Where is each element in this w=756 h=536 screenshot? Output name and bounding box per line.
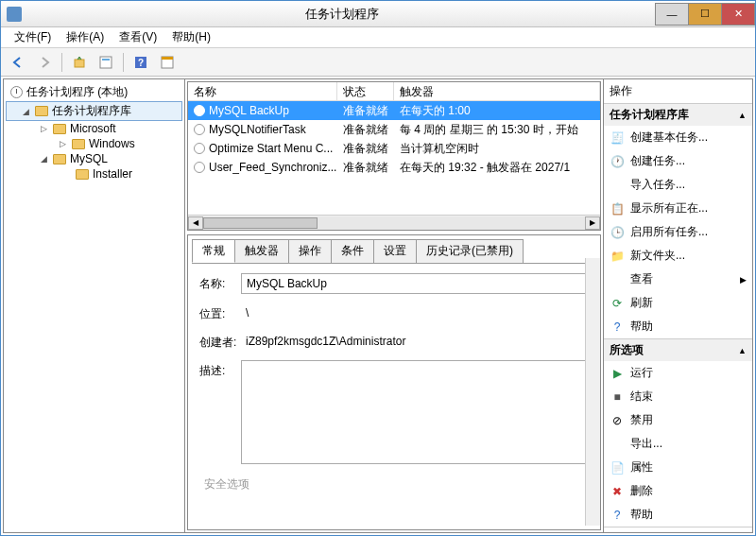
task-icon	[194, 143, 205, 154]
scheduler-icon	[9, 86, 24, 99]
action-disable[interactable]: ⊘禁用	[604, 408, 752, 432]
action-new-folder[interactable]: 📁新文件夹...	[604, 244, 752, 268]
up-button[interactable]	[68, 51, 91, 74]
tree-root[interactable]: 任务计划程序 (本地)	[6, 83, 182, 101]
props-icon[interactable]	[94, 51, 117, 74]
menu-file[interactable]: 文件(F)	[7, 27, 59, 47]
action-label: 导入任务...	[630, 177, 685, 193]
task-status: 准备就绪	[337, 160, 394, 176]
wizard-icon: 🧾	[610, 130, 625, 146]
task-icon	[194, 124, 205, 135]
tab-general[interactable]: 常规	[192, 239, 235, 263]
back-button[interactable]	[7, 51, 29, 74]
action-import[interactable]: 导入任务...	[604, 173, 752, 197]
help-icon: ?	[610, 320, 625, 335]
tree-microsoft[interactable]: ▷Microsoft	[6, 121, 182, 136]
tree-mysql[interactable]: ◢MySQL	[6, 151, 182, 166]
action-refresh[interactable]: ⟳刷新	[604, 291, 752, 315]
action-view[interactable]: 查看▶	[604, 268, 752, 291]
col-trigger[interactable]: 触发器	[394, 82, 600, 100]
task-name: MySQL BackUp	[209, 104, 289, 117]
folder-icon	[71, 137, 86, 150]
menu-operation[interactable]: 操作(A)	[59, 27, 112, 47]
action-properties[interactable]: 📄属性	[604, 456, 752, 479]
section-title-selected: 所选项▲	[604, 339, 752, 361]
task-row[interactable]: User_Feed_Synchroniz... 准备就绪 在每天的 19:32 …	[188, 158, 600, 177]
scroll-left-button[interactable]: ◀	[188, 216, 203, 230]
name-label: 名称:	[199, 273, 241, 292]
view-icon	[610, 272, 625, 287]
menu-view[interactable]: 查看(V)	[112, 27, 164, 47]
task-row[interactable]: Optimize Start Menu C... 准备就绪 当计算机空闲时	[188, 139, 600, 158]
action-label: 帮助	[630, 507, 653, 523]
scroll-right-button[interactable]: ▶	[585, 216, 600, 230]
tab-conditions[interactable]: 条件	[331, 239, 374, 263]
action-end[interactable]: ■结束	[604, 385, 752, 408]
action-label: 导出...	[630, 436, 662, 452]
export-icon	[610, 437, 625, 452]
task-trigger: 在每天的 19:32 - 触发器在 2027/1	[394, 160, 600, 176]
expand-icon[interactable]: ◢	[20, 106, 31, 117]
desc-field[interactable]	[241, 360, 589, 464]
action-create-basic[interactable]: 🧾创建基本任务...	[604, 126, 752, 149]
task-row[interactable]: MySQLNotifierTask 准备就绪 每 4 周的 星期三 的 15:3…	[188, 120, 600, 139]
tab-actions[interactable]: 操作	[288, 239, 332, 263]
maximize-button[interactable]: ☐	[688, 3, 722, 26]
desc-label: 描述:	[199, 360, 241, 379]
tree-win-label: Windows	[89, 137, 135, 150]
collapse-icon[interactable]: ▲	[738, 346, 747, 355]
action-enable-all[interactable]: 🕒启用所有任务...	[604, 220, 752, 244]
action-help[interactable]: ?帮助	[604, 315, 752, 338]
section-label: 所选项	[610, 342, 644, 358]
tree-installer[interactable]: Installer	[6, 166, 182, 182]
task-row[interactable]: MySQL BackUp 准备就绪 在每天的 1:00	[188, 101, 600, 120]
action-create[interactable]: 🕐创建任务...	[604, 149, 752, 173]
tree-ms-label: Microsoft	[70, 122, 116, 135]
folder-icon	[75, 167, 90, 181]
action-export[interactable]: 导出...	[604, 432, 752, 456]
minimize-button[interactable]: —	[655, 3, 689, 26]
collapse-icon[interactable]: ▲	[738, 111, 747, 120]
refresh-icon: ⟳	[610, 296, 625, 311]
action-delete[interactable]: ✖删除	[604, 479, 752, 503]
menu-help[interactable]: 帮助(H)	[164, 27, 218, 47]
tab-triggers[interactable]: 触发器	[234, 239, 289, 263]
action-show-running[interactable]: 📋显示所有正在...	[604, 197, 752, 220]
action-label: 查看	[630, 271, 653, 287]
expand-icon[interactable]: ◢	[38, 153, 49, 164]
vertical-scrollbar[interactable]	[585, 258, 600, 526]
import-icon	[610, 178, 625, 193]
scroll-thumb[interactable]	[203, 217, 318, 229]
svg-rect-6	[162, 57, 173, 60]
tree-library[interactable]: ◢任务计划程序库	[6, 101, 182, 121]
scroll-track[interactable]	[203, 216, 585, 230]
tabs: 常规 触发器 操作 条件 设置 历史记录(已禁用)	[188, 235, 600, 263]
action-label: 禁用	[630, 412, 653, 428]
tree-windows[interactable]: ▷Windows	[6, 136, 182, 151]
folder-icon	[52, 122, 67, 135]
actions-section-selected: 所选项▲ ▶运行 ■结束 ⊘禁用 导出... 📄属性 ✖删除 ?帮助	[604, 339, 752, 527]
horizontal-scrollbar[interactable]: ◀ ▶	[188, 215, 600, 230]
task-list: 名称 状态 触发器 MySQL BackUp 准备就绪 在每天的 1:00 My…	[187, 81, 601, 231]
tab-history[interactable]: 历史记录(已禁用)	[416, 239, 524, 263]
expand-icon[interactable]: ▷	[57, 138, 68, 149]
svg-rect-2	[102, 59, 110, 61]
close-button[interactable]: ✕	[721, 3, 755, 26]
action-help2[interactable]: ?帮助	[604, 503, 752, 527]
name-field[interactable]: MySQL BackUp	[241, 273, 589, 294]
author-label: 创建者:	[199, 332, 241, 351]
col-name[interactable]: 名称	[188, 82, 337, 100]
tab-settings[interactable]: 设置	[373, 239, 417, 263]
help-icon[interactable]: ?	[129, 51, 152, 74]
col-status[interactable]: 状态	[337, 82, 394, 100]
pane-icon[interactable]	[156, 51, 179, 74]
action-run[interactable]: ▶运行	[604, 361, 752, 385]
separator	[123, 53, 124, 72]
actions-section-library: 任务计划程序库▲ 🧾创建基本任务... 🕐创建任务... 导入任务... 📋显示…	[604, 104, 752, 339]
expand-icon[interactable]: ▷	[38, 123, 49, 134]
forward-button[interactable]	[33, 51, 56, 74]
task-name: MySQLNotifierTask	[209, 123, 306, 136]
properties-icon: 📄	[610, 460, 625, 475]
enable-icon: 🕒	[610, 225, 625, 240]
action-label: 启用所有任务...	[630, 224, 708, 240]
